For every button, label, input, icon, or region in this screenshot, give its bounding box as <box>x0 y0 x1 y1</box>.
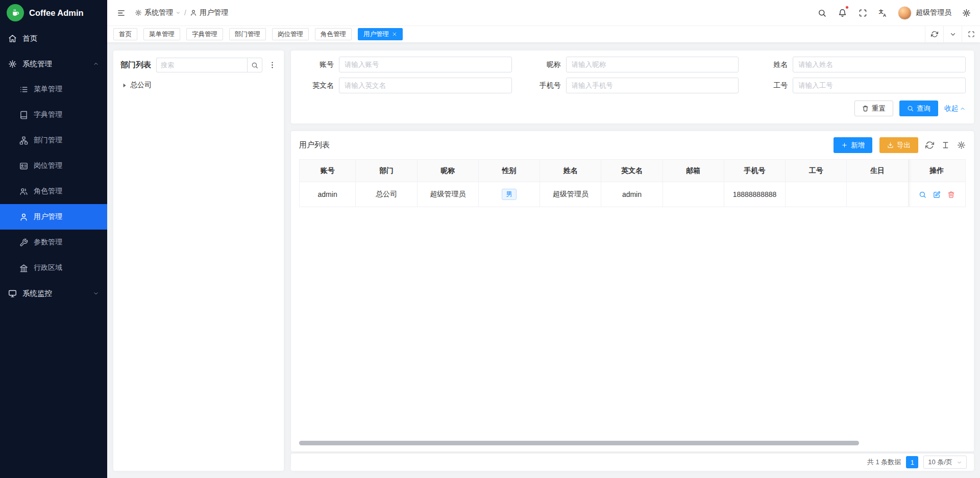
region-icon <box>19 264 28 272</box>
user-list-title: 用户列表 <box>299 140 330 150</box>
search-form-actions: 重置 查询 收起 <box>299 100 966 116</box>
app-root: Coffee Admin 首页 系统管理 <box>0 0 980 478</box>
chevron-down-icon <box>93 290 99 296</box>
field-label: 英文名 <box>299 81 339 90</box>
user-menu[interactable]: 超级管理员 <box>898 6 951 20</box>
cell-department: 总公司 <box>356 182 417 207</box>
field-label: 手机号 <box>526 81 566 90</box>
sidebar-item-parameter-management[interactable]: 参数管理 <box>0 230 107 255</box>
search-form: 账号 昵称 姓名 英文名 <box>299 57 966 93</box>
home-icon <box>8 34 17 43</box>
cell-nickname: 超级管理员 <box>417 182 478 207</box>
table-row[interactable]: admin 总公司 超级管理员 男 超级管理员 admin 188 <box>300 182 966 207</box>
cell-email <box>663 182 724 207</box>
cell-birthday <box>847 182 908 207</box>
settings-gear-icon[interactable] <box>961 7 972 18</box>
tab-menu-management[interactable]: 菜单管理 <box>143 28 180 40</box>
column-settings-gear-icon[interactable] <box>957 141 966 149</box>
chevron-down-icon <box>176 10 181 15</box>
more-options-icon[interactable] <box>267 61 277 69</box>
sidebar-item-home[interactable]: 首页 <box>0 26 107 51</box>
tab-role-management[interactable]: 角色管理 <box>315 28 352 40</box>
sidebar-item-department-management[interactable]: 部门管理 <box>0 128 107 153</box>
sidebar-item-admin-region[interactable]: 行政区域 <box>0 255 107 281</box>
main-area: 系统管理 / 用户管理 <box>107 0 980 478</box>
tab-refresh-icon[interactable] <box>925 26 943 42</box>
sidebar-item-dictionary-management[interactable]: 字典管理 <box>0 102 107 128</box>
tab-maximize-icon[interactable] <box>962 26 980 42</box>
account-input[interactable] <box>339 57 512 72</box>
sidebar-item-label: 部门管理 <box>34 136 62 145</box>
breadcrumb-page[interactable]: 用户管理 <box>190 8 228 17</box>
sidebar-item-label: 参数管理 <box>34 238 62 247</box>
tab-user-management[interactable]: 用户管理 <box>358 28 403 40</box>
form-item-account: 账号 <box>299 57 512 72</box>
scrollbar-thumb[interactable] <box>299 441 859 445</box>
name-input[interactable] <box>793 57 966 72</box>
sidebar-item-position-management[interactable]: 岗位管理 <box>0 153 107 179</box>
tab-close-icon[interactable] <box>392 32 397 37</box>
col-gender: 性别 <box>478 160 540 182</box>
delete-icon[interactable] <box>947 191 955 198</box>
sidebar-item-label: 用户管理 <box>34 212 62 221</box>
user-icon <box>19 213 28 221</box>
sidebar-item-system-monitor[interactable]: 系统监控 <box>0 281 107 306</box>
add-user-button[interactable]: 新增 <box>834 137 872 153</box>
search-icon[interactable] <box>816 7 827 18</box>
caret-right-icon[interactable] <box>120 82 128 89</box>
reset-button[interactable]: 重置 <box>854 100 893 116</box>
tree-node-root[interactable]: 总公司 <box>120 81 277 90</box>
department-search-button[interactable] <box>247 58 262 72</box>
current-user-name: 超级管理员 <box>916 8 951 17</box>
view-detail-icon[interactable] <box>919 191 926 198</box>
fullscreen-icon[interactable] <box>857 7 868 18</box>
user-table: 账号 部门 昵称 性别 姓名 英文名 邮箱 手机号 工号 生日 <box>299 159 966 207</box>
sidebar-collapse-icon[interactable] <box>115 7 127 18</box>
tab-menu-chevron-icon[interactable] <box>943 26 962 42</box>
tab-position-management[interactable]: 岗位管理 <box>272 28 309 40</box>
page-size-select[interactable]: 10 条/页 <box>923 456 967 469</box>
tab-department-management[interactable]: 部门管理 <box>229 28 266 40</box>
breadcrumb-section[interactable]: 系统管理 <box>135 8 181 17</box>
english-name-input[interactable] <box>339 78 512 93</box>
collapse-form-link[interactable]: 收起 <box>944 104 966 113</box>
page-number-button[interactable]: 1 <box>906 456 918 468</box>
phone-input[interactable] <box>566 78 739 93</box>
open-tabs: 首页 菜单管理 字典管理 部门管理 岗位管理 角色管理 用户管理 <box>113 28 403 40</box>
chevron-up-icon <box>93 61 99 67</box>
field-label: 工号 <box>753 81 793 90</box>
edit-icon[interactable] <box>933 191 941 198</box>
col-work-no: 工号 <box>786 160 847 182</box>
tab-home[interactable]: 首页 <box>113 28 137 40</box>
department-search-input[interactable] <box>156 58 247 72</box>
export-button[interactable]: 导出 <box>879 137 918 153</box>
sidebar-item-system-management[interactable]: 系统管理 <box>0 51 107 77</box>
form-item-nickname: 昵称 <box>526 57 739 72</box>
cell-work-no <box>786 182 847 207</box>
notification-bell-icon[interactable] <box>837 7 848 18</box>
refresh-icon[interactable] <box>925 141 934 149</box>
menu-list-icon <box>19 85 28 94</box>
sidebar-item-role-management[interactable]: 角色管理 <box>0 179 107 204</box>
tab-dictionary-management[interactable]: 字典管理 <box>186 28 223 40</box>
work-no-input[interactable] <box>793 78 966 93</box>
form-item-phone: 手机号 <box>526 78 739 93</box>
cell-english-name: admin <box>601 182 663 207</box>
gender-tag: 男 <box>502 189 517 200</box>
nickname-input[interactable] <box>566 57 739 72</box>
col-english-name: 英文名 <box>601 160 663 182</box>
cell-operations <box>908 182 965 207</box>
breadcrumb-section-label: 系统管理 <box>144 8 173 17</box>
col-name: 姓名 <box>540 160 601 182</box>
translate-icon[interactable]: 文 A <box>877 7 889 18</box>
query-button[interactable]: 查询 <box>899 100 938 116</box>
sidebar-item-menu-management[interactable]: 菜单管理 <box>0 77 107 102</box>
badge-icon <box>19 162 28 170</box>
field-label: 昵称 <box>526 60 566 69</box>
app-logo[interactable]: Coffee Admin <box>0 0 107 26</box>
notification-dot <box>845 6 849 9</box>
row-height-icon[interactable] <box>941 141 950 149</box>
cell-gender: 男 <box>478 182 540 207</box>
sidebar-item-user-management[interactable]: 用户管理 <box>0 204 107 230</box>
user-table-wrap: 账号 部门 昵称 性别 姓名 英文名 邮箱 手机号 工号 生日 <box>299 159 966 207</box>
